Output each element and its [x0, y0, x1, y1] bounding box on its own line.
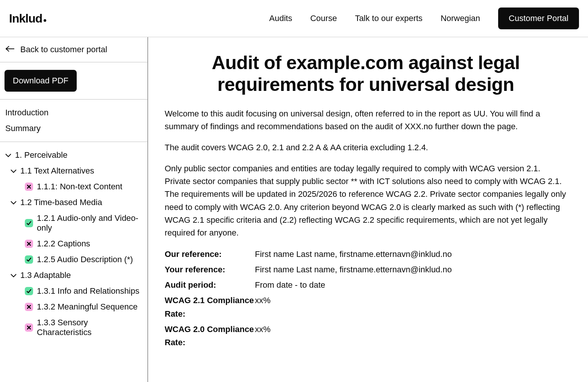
tree-leaf-label: 1.3.1 Info and Relationships	[37, 286, 139, 296]
meta-label-wcag20-rate: WCAG 2.0 Compliance Rate:	[165, 323, 255, 349]
meta-value-your-reference: First name Last name, firstname.etternav…	[255, 263, 567, 276]
chevron-down-icon	[10, 199, 17, 206]
meta-label-our-reference: Our reference:	[165, 248, 255, 261]
meta-value-wcag20-rate: xx%	[255, 323, 567, 349]
sidebar-tree: 1. Perceivable 1.1 Text Alternatives 1.1…	[0, 142, 147, 382]
meta-value-audit-period: From date - to date	[255, 278, 567, 291]
fail-icon	[25, 240, 33, 248]
meta-row: WCAG 2.1 Compliance Rate: xx%	[165, 294, 567, 320]
tree-leaf-1-2-2[interactable]: 1.2.2 Captions	[15, 236, 143, 252]
pass-icon	[25, 255, 33, 264]
back-link[interactable]: Back to customer portal	[0, 37, 147, 62]
top-header: Inklud Audits Course Talk to our experts…	[0, 0, 588, 37]
meta-row: Our reference: First name Last name, fir…	[165, 248, 567, 261]
tree-node-time-based-media[interactable]: 1.2 Time-based Media	[10, 195, 143, 210]
tree-leaf-1-3-3[interactable]: 1.3.3 Sensory Characteristics	[15, 315, 143, 340]
meta-table: Our reference: First name Last name, fir…	[165, 248, 567, 349]
nav-link-experts[interactable]: Talk to our experts	[355, 14, 423, 23]
meta-row: WCAG 2.0 Compliance Rate: xx%	[165, 323, 567, 349]
meta-value-wcag21-rate: xx%	[255, 294, 567, 320]
tree-leaf-label: 1.2.1 Audio-only and Video-only	[37, 213, 143, 233]
tree-node-perceivable[interactable]: 1. Perceivable	[5, 147, 143, 163]
pass-icon	[25, 287, 33, 295]
fail-icon	[25, 303, 33, 311]
meta-value-our-reference: First name Last name, firstname.etternav…	[255, 248, 567, 261]
tree-leaf-label: 1.1.1: Non-text Content	[37, 182, 122, 192]
sidebar-item-summary[interactable]: Summary	[5, 121, 143, 136]
meta-label-your-reference: Your reference:	[165, 263, 255, 276]
tree-leaf-1-2-5[interactable]: 1.2.5 Audio Description (*)	[15, 252, 143, 267]
tree-leaf-label: 1.2.2 Captions	[37, 239, 90, 249]
tree-leaf-1-3-2[interactable]: 1.3.2 Meaningful Sequence	[15, 299, 143, 315]
chevron-down-icon	[10, 167, 17, 175]
download-pdf-button[interactable]: Download PDF	[5, 70, 77, 92]
arrow-left-icon	[5, 45, 15, 54]
brand-dot-icon	[44, 19, 46, 22]
tree-node-text-alternatives[interactable]: 1.1 Text Alternatives	[10, 163, 143, 179]
intro-paragraph: Welcome to this audit focusing on univer…	[165, 107, 567, 133]
brand-label: Inklud	[9, 12, 42, 26]
back-label: Back to customer portal	[20, 45, 107, 54]
tree-leaf-1-1-1[interactable]: 1.1.1: Non-text Content	[15, 179, 143, 195]
intro-paragraph: The audit covers WCAG 2.0, 2.1 and 2.2 A…	[165, 141, 567, 154]
chevron-down-icon	[10, 272, 17, 279]
sidebar: Back to customer portal Download PDF Int…	[0, 37, 148, 382]
meta-label-audit-period: Audit period:	[165, 278, 255, 291]
meta-row: Your reference: First name Last name, fi…	[165, 263, 567, 276]
tree-leaf-label: 1.3.3 Sensory Characteristics	[37, 318, 143, 337]
nav-link-audits[interactable]: Audits	[269, 14, 292, 23]
page-title: Audit of example.com against legal requi…	[165, 52, 567, 95]
tree-leaf-1-3-1[interactable]: 1.3.1 Info and Relationships	[15, 283, 143, 299]
tree-leaf-1-2-1[interactable]: 1.2.1 Audio-only and Video-only	[15, 210, 143, 236]
tree-label: 1.3 Adaptable	[20, 270, 71, 280]
download-section: Download PDF	[0, 62, 147, 100]
customer-portal-button[interactable]: Customer Portal	[498, 8, 579, 29]
meta-label-wcag21-rate: WCAG 2.1 Compliance Rate:	[165, 294, 255, 320]
nav-link-norwegian[interactable]: Norwegian	[441, 14, 480, 23]
tree-leaf-label: 1.3.2 Meaningful Sequence	[37, 302, 138, 312]
intro-paragraph: Only public sector companies and entitie…	[165, 162, 567, 239]
tree-node-adaptable[interactable]: 1.3 Adaptable	[10, 267, 143, 283]
fail-icon	[25, 183, 33, 191]
pass-icon	[25, 219, 33, 227]
sidebar-item-introduction[interactable]: Introduction	[5, 105, 143, 121]
tree-label: 1.1 Text Alternatives	[20, 166, 94, 176]
sidebar-simple-nav: Introduction Summary	[0, 100, 147, 142]
nav-link-course[interactable]: Course	[310, 14, 337, 23]
meta-row: Audit period: From date - to date	[165, 278, 567, 291]
brand-logo[interactable]: Inklud	[9, 12, 46, 26]
chevron-down-icon	[5, 151, 12, 159]
fail-icon	[25, 323, 33, 332]
tree-label: 1.2 Time-based Media	[20, 198, 102, 207]
top-nav: Audits Course Talk to our experts Norweg…	[269, 8, 579, 29]
tree-label: 1. Perceivable	[15, 150, 67, 160]
tree-leaf-label: 1.2.5 Audio Description (*)	[37, 255, 133, 264]
main-layout: Back to customer portal Download PDF Int…	[0, 37, 588, 382]
content-area: Audit of example.com against legal requi…	[148, 37, 588, 382]
